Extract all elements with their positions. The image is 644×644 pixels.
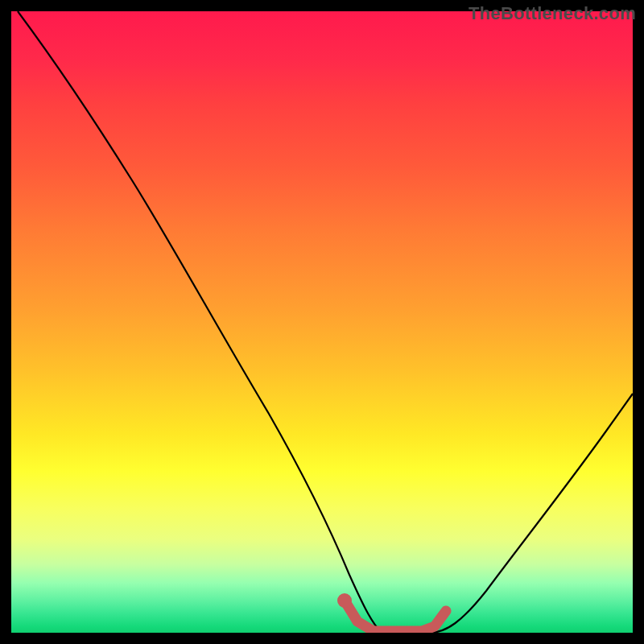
watermark-label: TheBottleneck.com: [469, 3, 636, 24]
optimal-zone-highlight: [345, 601, 446, 631]
marker-dot-icon: [337, 593, 352, 608]
chart-container: TheBottleneck.com: [0, 0, 644, 644]
bottleneck-curve: [18, 11, 633, 633]
chart-svg: [11, 11, 633, 633]
